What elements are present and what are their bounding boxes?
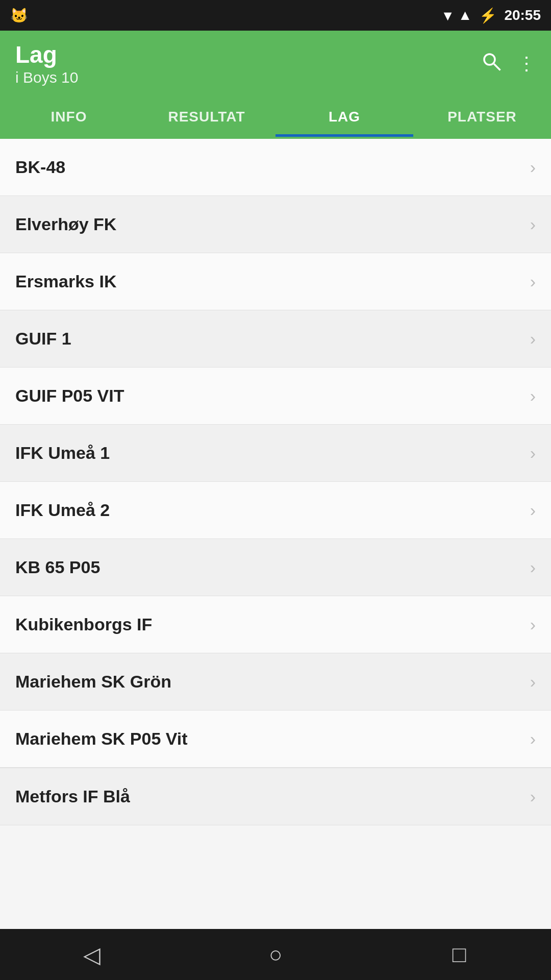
list-item[interactable]: Mariehem SK Grön › <box>0 653 551 710</box>
app-notification-icon: 🐱 <box>10 7 28 24</box>
tab-info[interactable]: INFO <box>0 97 138 137</box>
team-name: Elverhøy FK <box>15 214 116 234</box>
team-name: GUIF 1 <box>15 329 71 349</box>
back-button[interactable]: ◁ <box>71 934 112 975</box>
team-name: BK-48 <box>15 157 65 177</box>
tab-bar: INFO RESULTAT LAG PLATSER <box>0 97 551 139</box>
team-name: Kubikenborgs IF <box>15 615 152 634</box>
list-item[interactable]: KB 65 P05 › <box>0 539 551 596</box>
list-item[interactable]: BK-48 › <box>0 139 551 196</box>
chevron-right-icon: › <box>530 787 536 806</box>
home-button[interactable]: ○ <box>255 934 296 975</box>
search-icon[interactable] <box>481 51 502 77</box>
list-item-truncated[interactable]: Metfors IF Blå › <box>0 768 551 825</box>
bottom-navigation: ◁ ○ □ <box>0 929 551 980</box>
status-bar: 🐱 ▾ ▲ ⚡ 20:55 <box>0 0 551 31</box>
chevron-right-icon: › <box>530 615 536 634</box>
list-item[interactable]: Kubikenborgs IF › <box>0 596 551 653</box>
chevron-right-icon: › <box>530 272 536 291</box>
list-item[interactable]: Elverhøy FK › <box>0 196 551 253</box>
clock: 20:55 <box>504 7 541 23</box>
list-item[interactable]: GUIF P05 VIT › <box>0 368 551 425</box>
status-bar-left: 🐱 <box>10 7 28 24</box>
chevron-right-icon: › <box>530 214 536 234</box>
team-name: KB 65 P05 <box>15 557 100 577</box>
app-bar-subtitle: i Boys 10 <box>15 69 78 86</box>
team-name: Mariehem SK Grön <box>15 672 171 692</box>
chevron-right-icon: › <box>530 500 536 520</box>
chevron-right-icon: › <box>530 329 536 349</box>
tab-lag[interactable]: LAG <box>276 97 413 137</box>
app-bar-title-group: Lag i Boys 10 <box>15 42 78 86</box>
app-bar-actions: ⋮ <box>481 51 536 77</box>
signal-icon: ▲ <box>458 7 472 23</box>
chevron-right-icon: › <box>530 557 536 577</box>
team-name: Ersmarks IK <box>15 272 116 291</box>
list-item[interactable]: IFK Umeå 2 › <box>0 482 551 539</box>
tab-resultat[interactable]: RESULTAT <box>138 97 276 137</box>
svg-point-0 <box>484 54 495 65</box>
list-item[interactable]: Mariehem SK P05 Vit › <box>0 710 551 768</box>
chevron-right-icon: › <box>530 157 536 177</box>
list-item[interactable]: Ersmarks IK › <box>0 253 551 310</box>
team-name: IFK Umeå 2 <box>15 500 110 520</box>
truncated-team-name: Metfors IF Blå <box>15 787 130 806</box>
status-bar-right: ▾ ▲ ⚡ 20:55 <box>444 7 541 24</box>
chevron-right-icon: › <box>530 386 536 406</box>
team-name: Mariehem SK P05 Vit <box>15 729 188 749</box>
svg-line-1 <box>494 64 500 70</box>
team-name: IFK Umeå 1 <box>15 443 110 463</box>
tab-platser[interactable]: PLATSER <box>413 97 551 137</box>
chevron-right-icon: › <box>530 729 536 749</box>
app-bar-title: Lag <box>15 42 78 68</box>
more-options-icon[interactable]: ⋮ <box>517 55 536 73</box>
list-item[interactable]: IFK Umeå 1 › <box>0 425 551 482</box>
chevron-right-icon: › <box>530 672 536 692</box>
list-item[interactable]: GUIF 1 › <box>0 310 551 368</box>
team-list: BK-48 › Elverhøy FK › Ersmarks IK › GUIF… <box>0 139 551 768</box>
wifi-icon: ▾ <box>444 7 451 24</box>
app-bar: Lag i Boys 10 ⋮ <box>0 31 551 97</box>
battery-icon: ⚡ <box>479 7 497 24</box>
chevron-right-icon: › <box>530 443 536 463</box>
team-name: GUIF P05 VIT <box>15 386 124 406</box>
recents-button[interactable]: □ <box>439 934 480 975</box>
